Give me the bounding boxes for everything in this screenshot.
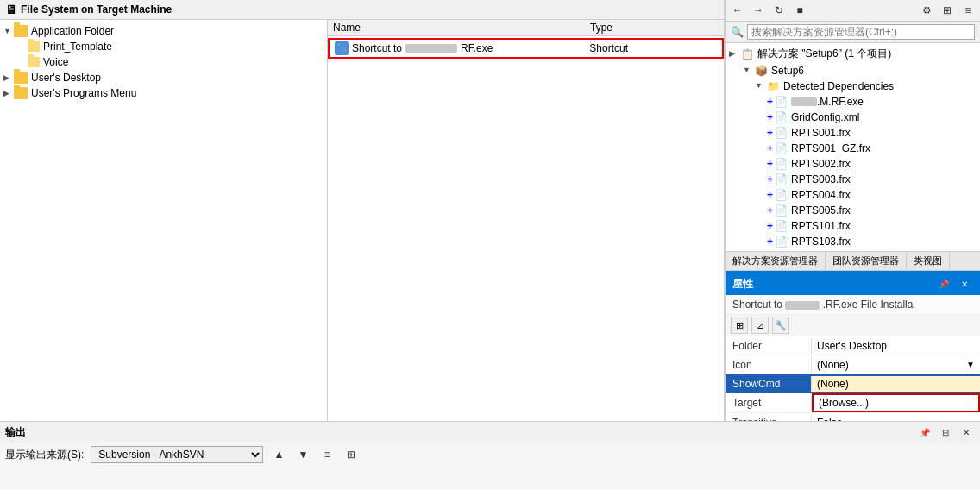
file-system-tree[interactable]: ▼ Application Folder Print_Template Voic… xyxy=(0,20,328,421)
output-down-btn[interactable]: ▼ xyxy=(294,446,311,463)
search-bar: 🔍 xyxy=(726,22,980,43)
sol-item-solution[interactable]: ▶ 📋 解决方案 "Setup6" (1 个项目) xyxy=(726,45,980,63)
sol-item-rpts003[interactable]: + 📄 RPTS003.frx xyxy=(726,172,980,187)
prop-toolbar: ⊞ ⊿ 🔧 xyxy=(726,315,980,336)
plus-icon-003: + xyxy=(767,173,773,185)
sol-item-rpts101[interactable]: + 📄 RPTS101.frx xyxy=(726,218,980,234)
sol-item-rf-exe[interactable]: + 📄 .M.RF.exe xyxy=(726,94,980,110)
expand-arrow-solution: ▶ xyxy=(729,49,739,60)
file-list-panel: Name Type 📎 Shortcut to RF.exe xyxy=(328,20,724,421)
toolbar-btn-settings[interactable]: ⚙ xyxy=(918,2,935,19)
search-input[interactable] xyxy=(747,24,975,40)
icon-value-text: (None) xyxy=(817,359,849,371)
file-icon-004: 📄 xyxy=(775,189,788,201)
prop-toolbar-grid-btn[interactable]: ⊞ xyxy=(731,317,748,334)
prop-table: Folder User's Desktop Icon (None) ▼ Show… xyxy=(726,336,980,421)
tab-team-explorer[interactable]: 团队资源管理器 xyxy=(826,252,907,270)
search-icon: 🔍 xyxy=(731,26,744,38)
properties-panel: 屋性 📌 ✕ Shortcut to .RF.exe File Installa… xyxy=(726,271,980,421)
tree-label-app-folder: Application Folder xyxy=(31,25,114,37)
output-title: 输出 xyxy=(5,425,26,440)
prop-row-target[interactable]: Target (Browse...) xyxy=(726,393,980,413)
rpts001-label: RPTS001.frx xyxy=(791,127,851,139)
plus-icon-grid: + xyxy=(767,111,773,123)
file-row-shortcut[interactable]: 📎 Shortcut to RF.exe Shortcut xyxy=(328,38,724,59)
rpts004-label: RPTS004.frx xyxy=(791,189,851,201)
bottom-panel: 输出 📌 ⊟ ✕ 显示输出来源(S): Subversion - AnkhSVN… xyxy=(0,421,980,490)
file-icon-003: 📄 xyxy=(775,173,788,185)
folder-icon-programs xyxy=(14,87,28,99)
prop-key-transitive: Transitive xyxy=(726,415,812,422)
sol-item-rpts001[interactable]: + 📄 RPTS001.frx xyxy=(726,125,980,141)
bottom-panel-body: 显示输出来源(S): Subversion - AnkhSVN ▲ ▼ ≡ ⊞ xyxy=(0,443,980,466)
expand-arrow-detected: ▼ xyxy=(755,81,765,91)
tree-label-users-programs: User's Programs Menu xyxy=(31,87,136,99)
sol-item-project[interactable]: ▼ 📦 Setup6 xyxy=(726,63,980,79)
properties-header: 屋性 📌 ✕ xyxy=(726,273,980,295)
sol-item-gridconfig[interactable]: + 📄 GridConfig.xml xyxy=(726,110,980,125)
file-icon-101: 📄 xyxy=(775,220,788,232)
file-list-header: Name Type xyxy=(328,20,724,36)
tree-label-print-template: Print_Template xyxy=(43,41,112,53)
tree-item-users-programs[interactable]: ▶ User's Programs Menu xyxy=(0,85,327,101)
output-grid-btn[interactable]: ⊞ xyxy=(342,446,360,463)
sol-item-rpts004[interactable]: + 📄 RPTS004.frx xyxy=(726,187,980,203)
bottom-panel-controls: 📌 ⊟ ✕ xyxy=(916,424,975,441)
sol-item-rpts001gz[interactable]: + 📄 RPTS001_GZ.frx xyxy=(726,141,980,156)
prop-close-btn[interactable]: ✕ xyxy=(956,275,973,292)
sol-item-rpts005[interactable]: + 📄 RPTS005.frx xyxy=(726,203,980,218)
sol-item-rpts103[interactable]: + 📄 RPTS103.frx xyxy=(726,234,980,249)
tab-solution-explorer[interactable]: 解决方案资源管理器 xyxy=(726,252,826,270)
rpts101-label: RPTS101.frx xyxy=(791,220,851,232)
icon-dropdown-arrow[interactable]: ▼ xyxy=(966,360,975,369)
prop-key-icon: Icon xyxy=(726,357,812,373)
tree-item-voice[interactable]: Voice xyxy=(0,54,327,70)
plus-icon-004: + xyxy=(767,189,773,201)
bottom-panel-header: 输出 📌 ⊟ ✕ xyxy=(0,422,980,443)
output-lines-btn[interactable]: ≡ xyxy=(318,446,336,463)
sol-item-detected[interactable]: ▼ 📁 Detected Dependencies xyxy=(726,79,980,94)
toolbar-btn-stop[interactable]: ■ xyxy=(791,2,808,19)
plus-icon-101: + xyxy=(767,220,773,232)
detected-label: Detected Dependencies xyxy=(783,80,894,92)
tree-item-app-folder[interactable]: ▼ Application Folder xyxy=(0,23,327,39)
prop-row-icon[interactable]: Icon (None) ▼ xyxy=(726,355,980,374)
tab-class-view[interactable]: 类视图 xyxy=(907,252,950,270)
expand-arrow-project: ▼ xyxy=(743,66,753,76)
file-system-header: 🖥 File System on Target Machine xyxy=(0,0,724,20)
prop-toolbar-sort-btn[interactable]: ⊿ xyxy=(751,317,769,334)
toolbar-btn-forward[interactable]: → xyxy=(750,2,767,19)
rpts005-label: RPTS005.frx xyxy=(791,204,851,217)
output-close-btn[interactable]: ✕ xyxy=(958,424,975,441)
prop-subtitle: Shortcut to .RF.exe File Installa xyxy=(726,295,980,315)
prop-row-transitive[interactable]: Transitive False xyxy=(726,413,980,421)
prop-val-icon[interactable]: (None) ▼ xyxy=(812,357,980,373)
sol-item-rpts002[interactable]: + 📄 RPTS002.frx xyxy=(726,156,980,172)
output-pin-btn[interactable]: 📌 xyxy=(916,424,933,441)
prop-subtitle-blurred xyxy=(785,301,820,310)
prop-subtitle-prefix: Shortcut to xyxy=(732,298,785,311)
tree-item-users-desktop[interactable]: ▶ User's Desktop xyxy=(0,70,327,85)
toolbar-btn-back[interactable]: ← xyxy=(729,2,746,19)
output-dock-btn[interactable]: ⊟ xyxy=(937,424,954,441)
folder-icon-voice xyxy=(28,57,40,67)
output-up-btn[interactable]: ▲ xyxy=(270,446,287,463)
prop-val-transitive: False xyxy=(812,415,980,422)
tree-item-print-template[interactable]: Print_Template xyxy=(0,39,327,54)
plus-icon-001: + xyxy=(767,127,773,139)
solution-tree[interactable]: ▶ 📋 解决方案 "Setup6" (1 个项目) ▼ 📦 Setup6 ▼ 📁… xyxy=(726,43,980,251)
solution-tab-bar: 解决方案资源管理器 团队资源管理器 类视图 xyxy=(726,251,980,270)
prop-toolbar-wrench-btn[interactable]: 🔧 xyxy=(772,317,789,334)
rf-suffix: .M.RF.exe xyxy=(817,96,864,108)
prop-row-showcmd[interactable]: ShowCmd (None) xyxy=(726,374,980,393)
prop-val-target[interactable]: (Browse...) xyxy=(812,393,980,412)
file-name-prefix: Shortcut to xyxy=(352,42,402,54)
source-select[interactable]: Subversion - AnkhSVN xyxy=(91,446,263,463)
file-icon-001: 📄 xyxy=(775,127,788,139)
toolbar-btn-refresh[interactable]: ↻ xyxy=(770,2,788,19)
file-icon-rf: 📄 xyxy=(775,96,788,108)
prop-row-folder[interactable]: Folder User's Desktop xyxy=(726,336,980,355)
toolbar-btn-grid[interactable]: ⊞ xyxy=(939,2,956,19)
toolbar-btn-list[interactable]: ≡ xyxy=(959,2,977,19)
prop-pin-btn[interactable]: 📌 xyxy=(935,275,952,292)
